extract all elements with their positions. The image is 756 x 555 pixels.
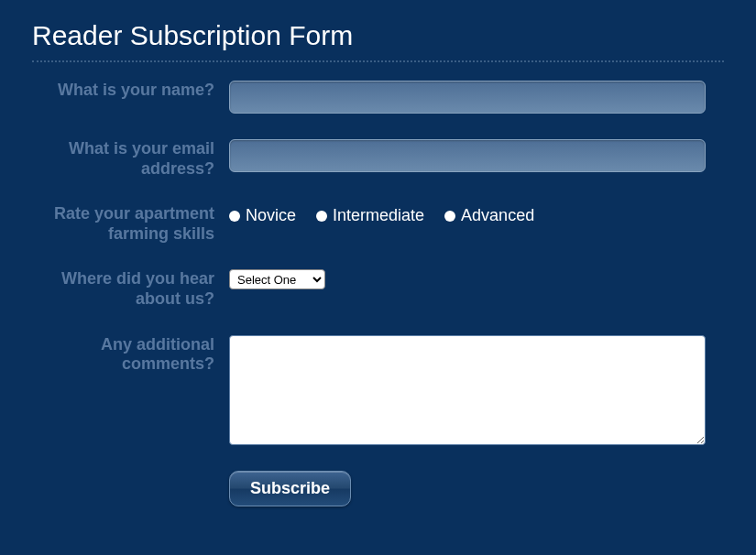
radio-dot-icon xyxy=(444,211,455,222)
comments-label: Any additional comments? xyxy=(32,335,229,375)
skills-label: Rate your apartment farming skills xyxy=(32,204,229,244)
name-input[interactable] xyxy=(229,81,706,114)
radio-dot-icon xyxy=(316,211,327,222)
subscribe-button[interactable]: Subscribe xyxy=(229,471,351,506)
radio-novice[interactable]: Novice xyxy=(229,206,296,225)
skills-radio-group: Novice Intermediate Advanced xyxy=(229,204,534,225)
radio-novice-label: Novice xyxy=(246,206,296,225)
comments-textarea[interactable] xyxy=(229,335,706,445)
email-input[interactable] xyxy=(229,139,706,172)
radio-advanced-label: Advanced xyxy=(461,206,534,225)
email-label: What is your email address? xyxy=(32,139,229,179)
source-label: Where did you hear about us? xyxy=(32,269,229,309)
radio-advanced[interactable]: Advanced xyxy=(444,206,534,225)
page-title: Reader Subscription Form xyxy=(32,20,724,62)
radio-dot-icon xyxy=(229,211,240,222)
name-label: What is your name? xyxy=(32,81,229,101)
subscription-form: What is your name? What is your email ad… xyxy=(32,81,724,506)
source-select[interactable]: Select One xyxy=(229,269,325,289)
radio-intermediate-label: Intermediate xyxy=(333,206,424,225)
radio-intermediate[interactable]: Intermediate xyxy=(316,206,424,225)
